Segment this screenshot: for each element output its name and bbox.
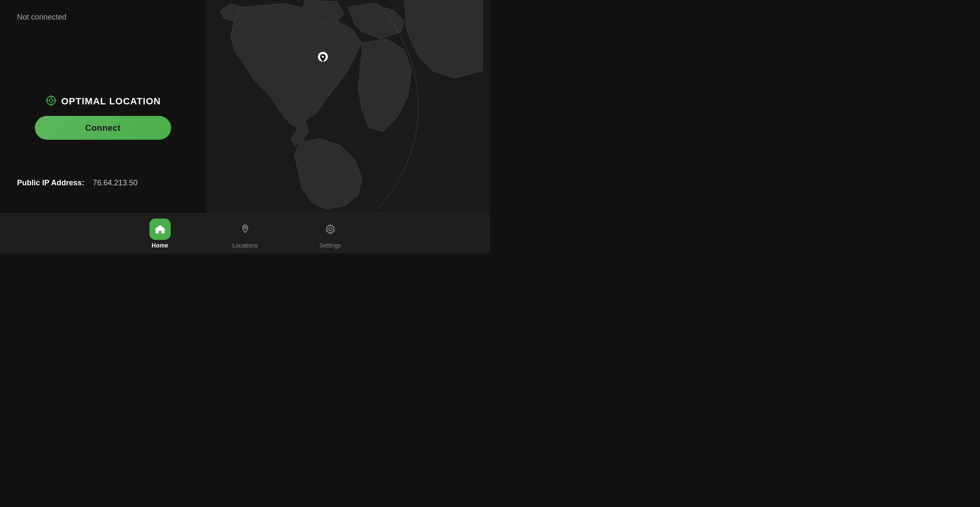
main-content: Not connected OPTIMAL LO [0, 0, 490, 213]
world-map [206, 0, 490, 213]
locations-icon [240, 224, 251, 235]
target-icon [45, 95, 57, 108]
connect-button[interactable]: Connect [35, 116, 171, 140]
map-container [206, 0, 490, 213]
left-panel: Not connected OPTIMAL LO [0, 0, 206, 213]
svg-point-1 [49, 99, 53, 102]
settings-icon-wrap [320, 219, 341, 240]
locations-icon-wrap [235, 219, 256, 240]
bottom-nav: Home Locations Settings [0, 213, 490, 254]
home-icon-wrap [149, 219, 171, 240]
optimal-location-label: OPTIMAL LOCATION [61, 96, 161, 107]
app-container: Not connected OPTIMAL LO [0, 0, 490, 254]
nav-item-home[interactable]: Home [143, 219, 177, 249]
ip-section: Public IP Address: 76.64.213.50 [17, 179, 189, 200]
svg-point-9 [244, 226, 246, 228]
nav-item-locations[interactable]: Locations [228, 219, 262, 249]
ip-value: 76.64.213.50 [93, 179, 138, 187]
svg-point-8 [322, 56, 324, 58]
connection-status: Not connected [17, 13, 189, 22]
map-panel [206, 0, 490, 213]
home-icon [155, 224, 166, 235]
nav-label-settings: Settings [319, 242, 341, 249]
nav-item-settings[interactable]: Settings [313, 219, 347, 249]
ip-label: Public IP Address: [17, 179, 84, 187]
svg-point-10 [329, 228, 332, 230]
optimal-location-row: OPTIMAL LOCATION [45, 95, 161, 108]
nav-label-locations: Locations [232, 242, 258, 249]
nav-label-home: Home [152, 242, 168, 249]
settings-icon [325, 224, 336, 235]
center-controls: OPTIMAL LOCATION Connect [17, 95, 189, 140]
